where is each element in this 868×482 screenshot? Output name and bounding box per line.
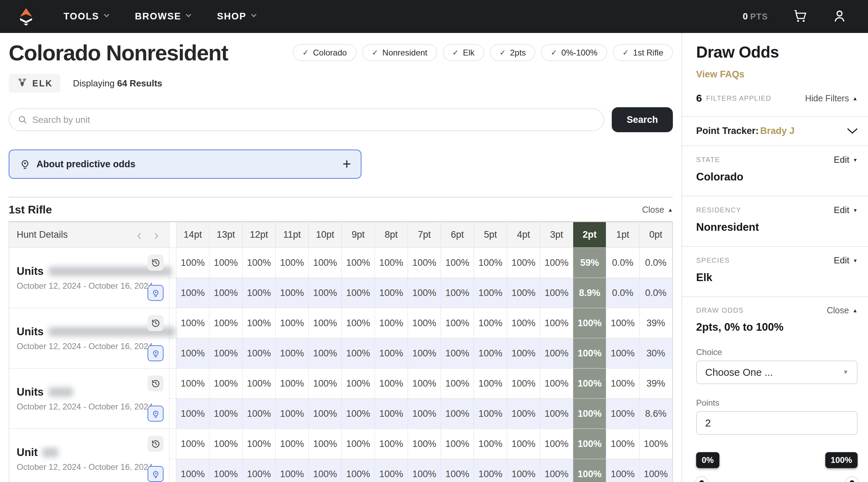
caret-down-icon: ▼ bbox=[853, 258, 858, 263]
nav-browse[interactable]: BROWSE bbox=[135, 11, 190, 22]
odds-cell: 100% bbox=[573, 429, 606, 459]
odds-cell: 8.6% bbox=[640, 399, 673, 429]
odds-cell: 100% bbox=[342, 338, 375, 369]
check-icon: ✓ bbox=[372, 48, 378, 57]
column-header-2pt: 2pt bbox=[573, 222, 606, 248]
odds-cell: 100% bbox=[176, 338, 209, 369]
odds-cell: 100% bbox=[441, 248, 474, 278]
check-icon: ✓ bbox=[551, 48, 557, 57]
edit-state-button[interactable]: Edit▼ bbox=[834, 154, 858, 165]
odds-cell: 100% bbox=[243, 248, 276, 278]
filter-chip-0-100[interactable]: ✓0%-100% bbox=[541, 44, 607, 61]
hunt-name: Units bbox=[17, 325, 44, 338]
spacer-column bbox=[169, 399, 176, 429]
filter-section-residency: RESIDENCYEdit▼Nonresident bbox=[682, 196, 868, 246]
odds-cell: 100% bbox=[507, 248, 540, 278]
odds-cell: 100% bbox=[540, 459, 573, 482]
choice-label: Choice bbox=[696, 347, 858, 357]
odds-cell: 100% bbox=[309, 459, 342, 482]
predictive-odds-button[interactable] bbox=[148, 466, 164, 482]
odds-cell: 100% bbox=[342, 308, 375, 338]
close-draw-odds-button[interactable]: Close ▲ bbox=[827, 305, 858, 315]
history-button[interactable] bbox=[148, 436, 164, 452]
search-input[interactable] bbox=[32, 115, 595, 125]
odds-cell: 100% bbox=[573, 369, 606, 399]
slider-track[interactable] bbox=[696, 476, 858, 482]
odds-cell: 100% bbox=[276, 429, 309, 459]
filter-chip-nonresident[interactable]: ✓Nonresident bbox=[362, 44, 437, 61]
filter-chip-colorado[interactable]: ✓Colorado bbox=[293, 44, 357, 61]
nav-shop[interactable]: SHOP bbox=[217, 11, 255, 22]
odds-cell: 100% bbox=[375, 399, 408, 429]
odds-cell: 100% bbox=[276, 338, 309, 369]
predictive-odds-button[interactable] bbox=[148, 285, 164, 301]
expand-plus-icon[interactable]: + bbox=[342, 157, 351, 171]
odds-cell: 100% bbox=[474, 308, 507, 338]
hunt-dates: October 12, 2024 - October 16, 2024 bbox=[17, 402, 153, 412]
odds-cell: 100% bbox=[342, 369, 375, 399]
odds-cell: 100% bbox=[474, 338, 507, 369]
odds-cell: 100% bbox=[243, 308, 276, 338]
nav-tools[interactable]: TOOLS bbox=[64, 11, 108, 22]
active-filter-chips: ✓Colorado✓Nonresident✓Elk✓2pts✓0%-100%✓1… bbox=[293, 44, 673, 61]
odds-cell: 100% bbox=[408, 459, 441, 482]
cart-button[interactable] bbox=[793, 9, 808, 24]
edit-species-button[interactable]: Edit▼ bbox=[834, 255, 858, 266]
points-indicator[interactable]: 0 PTS bbox=[743, 11, 768, 22]
odds-cell: 100% bbox=[606, 308, 639, 338]
caret-up-icon: ▲ bbox=[852, 95, 858, 101]
odds-cell: 100% bbox=[540, 338, 573, 369]
odds-cell: 100% bbox=[474, 429, 507, 459]
draw-odds-filter-section: DRAW ODDS Close ▲ 2pts, 0% to 100% Choic… bbox=[682, 296, 868, 482]
view-faqs-link[interactable]: View FAQs bbox=[696, 69, 744, 80]
filter-chip-1st-rifle[interactable]: ✓1st Rifle bbox=[613, 44, 673, 61]
history-button[interactable] bbox=[148, 255, 164, 271]
scroll-columns-right-button[interactable]: › bbox=[154, 228, 159, 242]
close-section-button[interactable]: Close ▲ bbox=[642, 205, 673, 215]
predictive-odds-button[interactable] bbox=[148, 345, 164, 361]
spacer-column bbox=[169, 369, 176, 399]
choice-selected-value: Choose One ... bbox=[705, 367, 773, 378]
odds-cell: 100% bbox=[342, 278, 375, 308]
slider-max-handle[interactable] bbox=[846, 476, 858, 482]
section-label: SPECIES bbox=[696, 256, 730, 264]
draw-odds-sidebar: Draw Odds View FAQs 6 FILTERS APPLIED Hi… bbox=[682, 33, 868, 482]
history-button[interactable] bbox=[148, 375, 164, 391]
results-count: Displaying 64 Results bbox=[73, 78, 162, 89]
column-header-13pt: 13pt bbox=[209, 222, 242, 248]
odds-cell: 100% bbox=[209, 308, 242, 338]
point-tracker-row[interactable]: Point Tracker: Brady J bbox=[682, 116, 868, 145]
odds-cell: 100% bbox=[441, 459, 474, 482]
odds-cell: 100% bbox=[507, 338, 540, 369]
odds-cell: 100% bbox=[209, 369, 242, 399]
search-button[interactable]: Search bbox=[612, 107, 673, 132]
filter-chip-2pts[interactable]: ✓2pts bbox=[490, 44, 536, 61]
odds-cell: 100% bbox=[243, 369, 276, 399]
odds-cell: 100% bbox=[573, 399, 606, 429]
column-header-4pt: 4pt bbox=[507, 222, 540, 248]
species-badge-label: ELK bbox=[32, 78, 53, 88]
odds-cell: 100% bbox=[540, 248, 573, 278]
odds-cell: 100% bbox=[309, 308, 342, 338]
filter-chip-elk[interactable]: ✓Elk bbox=[443, 44, 484, 61]
history-icon bbox=[151, 258, 160, 268]
points-input[interactable] bbox=[696, 411, 858, 435]
season-section-title: 1st Rifle bbox=[9, 203, 52, 216]
odds-cell: 100% bbox=[309, 429, 342, 459]
scroll-columns-left-button[interactable]: ‹ bbox=[137, 228, 141, 242]
odds-cell: 100% bbox=[408, 338, 441, 369]
slider-min-handle[interactable] bbox=[695, 476, 708, 482]
edit-residency-button[interactable]: Edit▼ bbox=[834, 205, 858, 215]
history-button[interactable] bbox=[148, 315, 164, 331]
hide-filters-button[interactable]: Hide Filters ▲ bbox=[805, 93, 858, 103]
brand-logo[interactable] bbox=[18, 7, 34, 26]
odds-cell: 100% bbox=[606, 429, 639, 459]
choice-select[interactable]: Choose One ... ▼ bbox=[696, 361, 858, 384]
odds-cell: 100% bbox=[243, 429, 276, 459]
account-button[interactable] bbox=[833, 9, 846, 24]
predictive-odds-button[interactable] bbox=[148, 406, 164, 422]
odds-cell: 100% bbox=[540, 429, 573, 459]
odds-cell: 100% bbox=[441, 399, 474, 429]
odds-cell: 100% bbox=[342, 429, 375, 459]
predictive-odds-banner[interactable]: About predictive odds + bbox=[9, 150, 361, 179]
